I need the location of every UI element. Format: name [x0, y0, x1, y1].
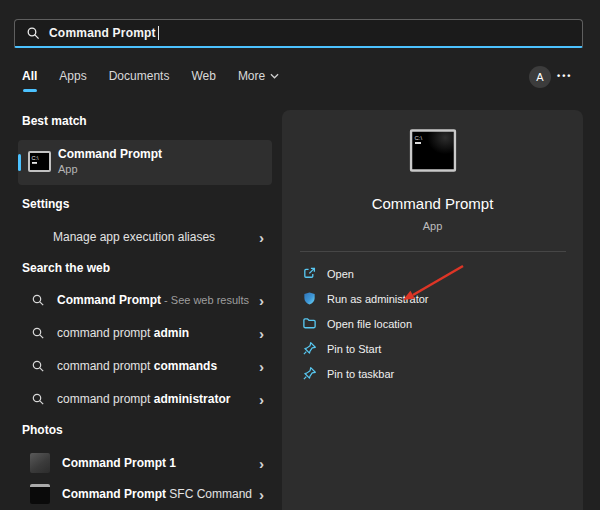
- search-icon: [31, 392, 45, 406]
- search-icon: [31, 326, 45, 340]
- chevron-right-icon: ›: [259, 487, 264, 502]
- action-label: Open: [327, 268, 354, 280]
- windows-search-flyout: Command Prompt All Apps Documents Web Mo…: [0, 0, 600, 510]
- settings-item-aliases[interactable]: Manage app execution aliases ›: [18, 222, 272, 252]
- tab-all[interactable]: All: [22, 69, 37, 92]
- search-input[interactable]: Command Prompt: [49, 26, 156, 40]
- action-open[interactable]: Open: [282, 261, 583, 286]
- tab-web-label: Web: [191, 69, 215, 83]
- command-prompt-icon: C:\: [28, 151, 51, 176]
- search-web-heading: Search the web: [22, 261, 110, 275]
- action-open-file-location[interactable]: Open file location: [282, 311, 583, 336]
- pin-icon: [302, 366, 317, 381]
- web-suggestion-label: command prompt admin: [57, 326, 189, 340]
- tab-documents[interactable]: Documents: [109, 69, 170, 92]
- web-suggestion-label: command prompt administrator: [57, 392, 230, 406]
- chevron-down-icon: [270, 73, 279, 79]
- photos-heading: Photos: [22, 423, 63, 437]
- folder-icon: [302, 316, 317, 331]
- photo-result-1[interactable]: Command Prompt 1 ›: [18, 448, 272, 478]
- account-avatar[interactable]: A: [529, 66, 551, 88]
- filter-tabs: All Apps Documents Web More: [22, 69, 279, 92]
- selection-indicator: [18, 154, 21, 171]
- photo-label: Command Prompt SFC Command: [62, 487, 252, 501]
- best-match-heading: Best match: [22, 114, 87, 128]
- best-match-item[interactable]: C:\ Command Prompt App: [18, 140, 272, 185]
- action-pin-to-taskbar[interactable]: Pin to taskbar: [282, 361, 583, 386]
- tab-documents-label: Documents: [109, 69, 170, 83]
- web-suggestion-admin[interactable]: command prompt admin ›: [18, 318, 272, 348]
- chevron-right-icon: ›: [259, 392, 264, 407]
- action-label: Open file location: [327, 318, 412, 330]
- action-label: Run as administrator: [327, 293, 429, 305]
- web-suggestion-administrator[interactable]: command prompt administrator ›: [18, 384, 272, 414]
- web-suggestion-label: Command Prompt - See web results: [57, 293, 249, 307]
- search-icon: [26, 26, 40, 40]
- chevron-right-icon: ›: [259, 359, 264, 374]
- svg-text:C:\: C:\: [32, 155, 40, 161]
- search-box[interactable]: Command Prompt: [14, 19, 583, 48]
- preview-title: Command Prompt: [282, 195, 583, 212]
- svg-text:C:\: C:\: [414, 135, 422, 141]
- pin-icon: [302, 341, 317, 356]
- search-icon: [31, 359, 45, 373]
- tab-underline: [23, 89, 37, 92]
- best-match-title: Command Prompt: [58, 147, 162, 161]
- tab-all-label: All: [22, 69, 37, 83]
- chevron-right-icon: ›: [259, 456, 264, 471]
- search-icon: [31, 293, 45, 307]
- preview-panel: C:\ Command Prompt App Open Run as admin…: [282, 110, 583, 510]
- preview-subtitle: App: [282, 220, 583, 232]
- tab-more-label: More: [238, 69, 265, 83]
- tab-web[interactable]: Web: [191, 69, 215, 92]
- more-options-icon[interactable]: •••: [557, 66, 572, 88]
- web-suggestion-see-results[interactable]: Command Prompt - See web results ›: [18, 285, 272, 315]
- settings-item-label: Manage app execution aliases: [53, 230, 215, 244]
- settings-heading: Settings: [22, 197, 69, 211]
- web-suggestion-label: command prompt commands: [57, 359, 217, 373]
- command-prompt-icon-large: C:\: [409, 129, 456, 176]
- action-run-as-administrator[interactable]: Run as administrator: [282, 286, 583, 311]
- photo-thumbnail: [30, 484, 50, 504]
- action-label: Pin to taskbar: [327, 368, 394, 380]
- tab-more[interactable]: More: [238, 69, 279, 92]
- divider: [300, 251, 566, 252]
- photo-result-2[interactable]: Command Prompt SFC Command ›: [18, 479, 272, 509]
- open-external-icon: [302, 266, 317, 281]
- action-pin-to-start[interactable]: Pin to Start: [282, 336, 583, 361]
- chevron-right-icon: ›: [259, 326, 264, 341]
- photo-label: Command Prompt 1: [62, 456, 176, 470]
- tab-apps[interactable]: Apps: [59, 69, 86, 92]
- web-suggestion-commands[interactable]: command prompt commands ›: [18, 351, 272, 381]
- text-caret: [158, 26, 159, 40]
- action-label: Pin to Start: [327, 343, 381, 355]
- shield-icon: [302, 291, 317, 306]
- tab-apps-label: Apps: [59, 69, 86, 83]
- action-list: Open Run as administrator Open file loca…: [282, 261, 583, 386]
- chevron-right-icon: ›: [259, 293, 264, 308]
- best-match-subtitle: App: [58, 163, 78, 175]
- chevron-right-icon: ›: [259, 230, 264, 245]
- photo-thumbnail: [30, 453, 50, 473]
